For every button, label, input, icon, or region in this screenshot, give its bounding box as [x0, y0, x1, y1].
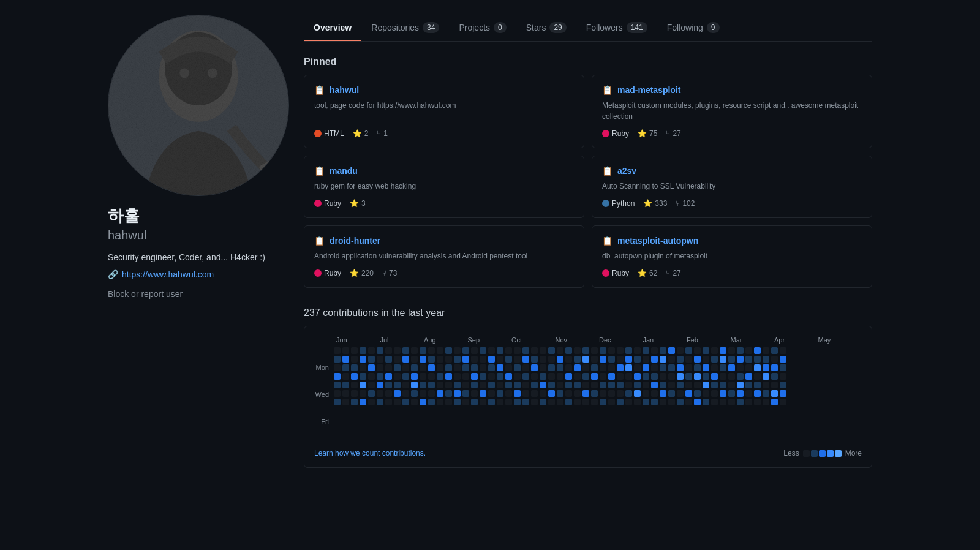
- day-cell: [780, 373, 786, 380]
- week-col-42: [694, 347, 701, 442]
- week-col-23: [531, 347, 538, 442]
- legend-more-label: More: [845, 449, 862, 458]
- tab-following[interactable]: Following 9: [657, 15, 729, 42]
- day-cell: [514, 390, 521, 397]
- tab-stars[interactable]: Stars 29: [516, 15, 576, 42]
- day-cell: [368, 347, 375, 354]
- day-cell: [411, 347, 418, 354]
- day-cell: [720, 399, 726, 405]
- week-col-16: [471, 347, 478, 442]
- day-cell: [342, 382, 349, 388]
- repo-card-mad-metasploit[interactable]: 📋 mad-metasploit Metasploit custom modul…: [592, 75, 872, 148]
- day-cell: [454, 356, 461, 363]
- tab-projects[interactable]: Projects 0: [449, 15, 516, 42]
- star-icon: ⭐: [638, 269, 647, 277]
- day-cell: [600, 364, 606, 371]
- day-cell: [634, 399, 641, 405]
- repo-name[interactable]: hahwul: [330, 85, 359, 95]
- block-report-link[interactable]: Block or report user: [108, 289, 289, 299]
- day-cell: [402, 382, 409, 388]
- repo-language: Ruby: [602, 129, 629, 138]
- repo-forks: ⑂ 73: [382, 269, 397, 277]
- day-cell: [445, 382, 452, 388]
- day-cell: [625, 399, 632, 405]
- day-cell: [660, 373, 666, 380]
- repo-card-droid-hunter[interactable]: 📋 droid-hunter Android application vulne…: [304, 225, 584, 288]
- day-cell: [745, 373, 752, 380]
- repo-meta: Ruby ⭐ 75 ⑂ 27: [602, 129, 862, 138]
- learn-link[interactable]: Learn how we count contributions.: [314, 449, 426, 458]
- day-cell: [411, 382, 418, 388]
- repo-name[interactable]: a2sv: [617, 166, 636, 176]
- day-cell: [617, 382, 624, 388]
- day-label-empty: [314, 347, 331, 361]
- day-cell: [377, 364, 383, 371]
- day-cell: [582, 364, 589, 371]
- repo-card-hahwul[interactable]: 📋 hahwul tool, page code for https://www…: [304, 75, 584, 148]
- day-cell: [377, 399, 383, 405]
- repo-language: Python: [602, 199, 635, 208]
- day-cell: [625, 382, 632, 388]
- tab-followers[interactable]: Followers 141: [576, 15, 657, 42]
- day-cell: [334, 364, 341, 371]
- repo-icon: 📋: [602, 85, 612, 95]
- repo-desc: db_autopwn plugin of metasploit: [602, 251, 862, 262]
- day-cell: [454, 382, 461, 388]
- repo-name[interactable]: droid-hunter: [330, 236, 380, 246]
- day-cell: [557, 347, 564, 354]
- day-cell: [402, 364, 409, 371]
- week-col-29: [582, 347, 589, 442]
- repo-name[interactable]: metasploit-autopwn: [617, 236, 698, 246]
- repo-card-mandu[interactable]: 📋 mandu ruby gem for easy web hacking Ru…: [304, 156, 584, 218]
- repo-desc: Android application vulnerability analys…: [314, 251, 574, 262]
- week-col-11: [428, 347, 435, 442]
- day-cell: [720, 373, 726, 380]
- day-cell: [711, 364, 718, 371]
- legend-less-label: Less: [783, 449, 799, 458]
- day-cell: [608, 399, 615, 405]
- day-cell: [677, 364, 684, 371]
- repo-forks: ⑂ 102: [676, 199, 695, 208]
- day-cell: [471, 399, 478, 405]
- day-cell: [548, 373, 555, 380]
- legend-cell-0: [803, 450, 810, 457]
- week-col-2: [351, 347, 358, 442]
- day-cell: [608, 390, 615, 397]
- week-col-50: [763, 347, 769, 442]
- day-cell: [531, 382, 538, 388]
- day-cell: [385, 390, 392, 397]
- day-cell: [540, 347, 546, 354]
- day-cell: [505, 373, 512, 380]
- day-cell: [557, 373, 564, 380]
- day-cell: [557, 390, 564, 397]
- repo-name[interactable]: mandu: [330, 166, 358, 176]
- week-col-28: [574, 347, 581, 442]
- website-link[interactable]: 🔗 https://www.hahwul.com: [108, 269, 289, 279]
- day-cell: [660, 364, 666, 371]
- repo-name[interactable]: mad-metasploit: [617, 85, 680, 95]
- day-cell: [428, 382, 435, 388]
- day-cell: [591, 373, 598, 380]
- day-cell: [394, 364, 401, 371]
- day-cell: [685, 390, 692, 397]
- month-aug: Aug: [424, 336, 468, 344]
- day-cell: [334, 382, 341, 388]
- tab-overview[interactable]: Overview: [304, 15, 361, 41]
- tab-repositories[interactable]: Repositories 34: [361, 15, 449, 42]
- repo-forks: ⑂ 1: [377, 129, 388, 138]
- day-cell: [643, 390, 649, 397]
- repo-card-a2sv[interactable]: 📋 a2sv Auto Scanning to SSL Vulnerabilit…: [592, 156, 872, 218]
- day-cell: [745, 382, 752, 388]
- week-col-46: [728, 347, 735, 442]
- day-cell: [600, 347, 606, 354]
- day-cell: [385, 364, 392, 371]
- day-cell: [437, 347, 443, 354]
- day-cell: [600, 373, 606, 380]
- lang-dot: [602, 200, 609, 207]
- day-cell: [694, 390, 701, 397]
- repo-card-metasploit-autopwn[interactable]: 📋 metasploit-autopwn db_autopwn plugin o…: [592, 225, 872, 288]
- day-cell: [608, 364, 615, 371]
- day-cell: [385, 347, 392, 354]
- star-icon: ⭐: [638, 129, 647, 138]
- day-cell: [454, 399, 461, 405]
